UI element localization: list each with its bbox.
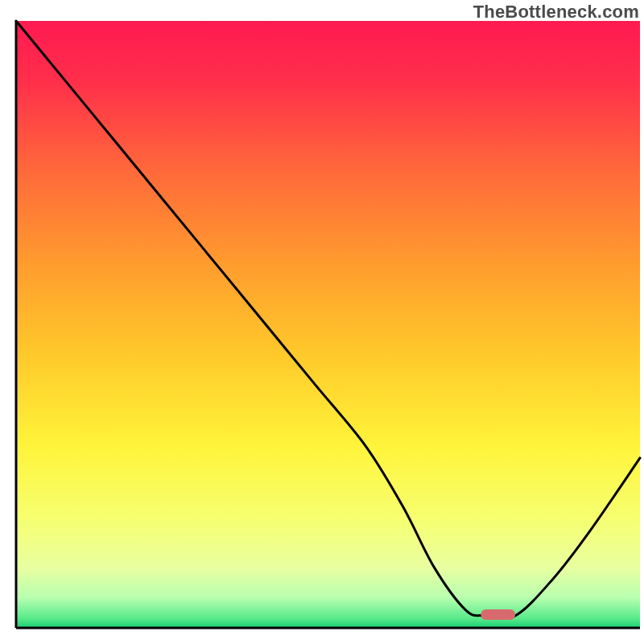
- chart-container: TheBottleneck.com: [0, 0, 644, 644]
- optimal-zone-marker: [481, 609, 515, 620]
- watermark-label: TheBottleneck.com: [473, 2, 639, 23]
- plot-background: [16, 21, 640, 628]
- bottleneck-chart: [0, 0, 644, 644]
